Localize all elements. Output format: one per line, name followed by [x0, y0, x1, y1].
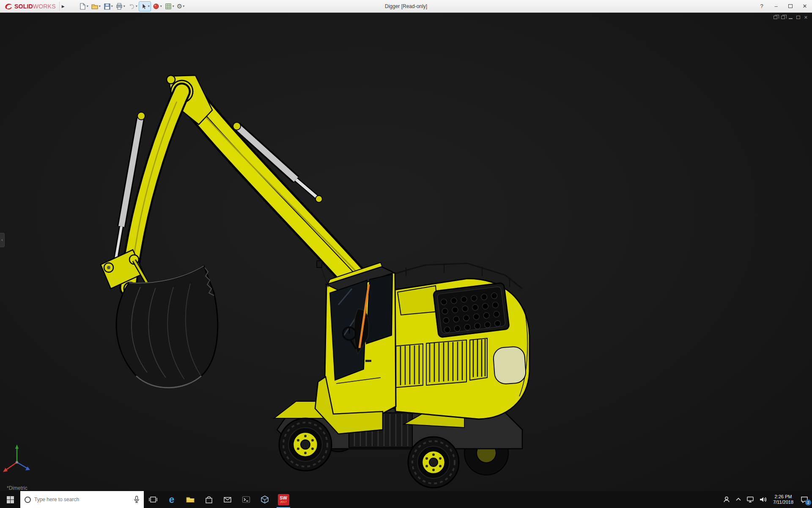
solidworks-mark-icon: [4, 3, 13, 10]
undo-button[interactable]: ▾: [127, 2, 138, 11]
print-button[interactable]: ▾: [115, 2, 126, 11]
command-prompt-button[interactable]: [237, 491, 255, 508]
close-button[interactable]: ✕: [798, 0, 812, 12]
options-button[interactable]: ⚙ ▾: [176, 2, 185, 11]
design-table-button[interactable]: ▾: [164, 2, 175, 11]
solidworks-logo: SOLIDWORKS: [0, 3, 59, 10]
open-icon: [91, 3, 99, 10]
taskbar: e: [0, 491, 812, 508]
dropdown-icon[interactable]: ▾: [111, 4, 113, 8]
doc-close-icon[interactable]: ✕: [804, 15, 808, 19]
view-orientation-label: *Dimetric: [7, 485, 27, 491]
dropdown-icon[interactable]: ▾: [136, 4, 137, 8]
doc-restore-icon[interactable]: [796, 16, 800, 19]
appearances-button[interactable]: ▾: [151, 2, 163, 11]
engine-grille: [433, 283, 509, 338]
dropdown-icon[interactable]: ▾: [123, 4, 125, 8]
window-title: Digger [Read-only]: [385, 3, 427, 9]
doc-minimize-icon[interactable]: [789, 18, 793, 19]
3d-builder-icon: [260, 495, 269, 504]
maximize-button[interactable]: [783, 0, 798, 12]
select-cursor-icon: [140, 3, 148, 10]
save-icon: [103, 3, 111, 10]
graphics-viewport[interactable]: ✕ ‹: [0, 13, 812, 491]
feature-panel-collapse-tab[interactable]: ‹: [0, 233, 5, 247]
brand-solid: SOLID: [14, 3, 33, 10]
people-icon[interactable]: [722, 495, 731, 504]
store-button[interactable]: [200, 491, 218, 508]
mail-icon: [223, 495, 232, 504]
dropdown-icon[interactable]: ▾: [173, 4, 174, 8]
machine-body: [383, 263, 529, 419]
tray-date: 7/11/2018: [773, 500, 793, 505]
volume-icon[interactable]: [759, 496, 767, 503]
command-prompt-icon: [241, 495, 251, 504]
pinned-apps: e: [144, 491, 293, 508]
toolbar-flyout-arrow[interactable]: ▶: [59, 2, 67, 11]
undo-icon: [128, 3, 135, 10]
brand-works: WORKS: [33, 3, 56, 10]
tile-icon[interactable]: [781, 16, 785, 19]
task-view-icon: [148, 495, 158, 504]
appearances-icon: [152, 3, 160, 10]
titlebar: SOLIDWORKS ▶ ▾ ▾ ▾: [0, 0, 812, 13]
windows-logo-icon: [7, 496, 14, 503]
maximize-icon: [788, 4, 793, 8]
start-button[interactable]: [0, 491, 20, 508]
dropdown-icon[interactable]: ▾: [183, 4, 184, 8]
cascade-icon[interactable]: [774, 16, 777, 19]
taskbar-search[interactable]: [20, 491, 144, 508]
new-document-button[interactable]: ▾: [78, 2, 89, 11]
new-document-icon: [79, 3, 86, 10]
dropdown-icon[interactable]: ▾: [87, 4, 88, 8]
network-icon[interactable]: [746, 496, 754, 503]
print-icon: [115, 3, 123, 10]
minimize-button[interactable]: –: [769, 0, 783, 12]
open-button[interactable]: ▾: [90, 2, 102, 11]
edge-icon: e: [169, 495, 175, 504]
options-gear-icon: ⚙: [177, 3, 182, 10]
edge-button[interactable]: e: [162, 491, 181, 508]
save-button[interactable]: ▾: [102, 2, 114, 11]
tray-time: 2:26 PM: [773, 494, 793, 500]
cortana-icon: [25, 497, 31, 503]
chevron-up-icon[interactable]: [735, 496, 742, 503]
file-explorer-button[interactable]: [181, 491, 200, 508]
microphone-icon[interactable]: [134, 496, 140, 503]
mail-button[interactable]: [218, 491, 237, 508]
select-tool-button[interactable]: ▾: [139, 2, 151, 11]
3d-builder-button[interactable]: [255, 491, 274, 508]
file-explorer-icon: [186, 495, 195, 504]
store-icon: [204, 495, 214, 504]
dropdown-icon[interactable]: ▾: [99, 4, 101, 8]
notification-badge: 2: [805, 500, 811, 505]
dropdown-icon[interactable]: ▾: [160, 4, 162, 8]
search-input[interactable]: [34, 497, 130, 502]
action-center-button[interactable]: 2: [799, 494, 809, 505]
system-tray: 2:26 PM 7/11/2018 2: [722, 491, 812, 508]
document-window-controls: ✕: [774, 15, 808, 19]
design-table-icon: [165, 3, 172, 10]
help-button[interactable]: ?: [754, 0, 769, 12]
task-view-button[interactable]: [144, 491, 162, 508]
orientation-triad: [3, 444, 30, 472]
quick-access-toolbar: ▾ ▾ ▾ ▾: [78, 2, 186, 11]
dropdown-icon[interactable]: ▾: [148, 4, 150, 8]
solidworks-taskbar-button[interactable]: SW 2017: [274, 491, 293, 508]
window-controls: ? – ✕: [754, 0, 812, 12]
excavator-model: [0, 13, 812, 491]
clock[interactable]: 2:26 PM 7/11/2018: [771, 494, 795, 505]
solidworks-2017-icon: SW 2017: [278, 494, 289, 505]
